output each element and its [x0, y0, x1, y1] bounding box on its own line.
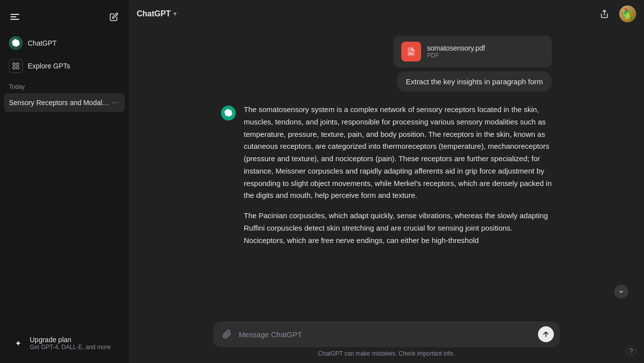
- pdf-attachment: PDF somatosensory.pdf PDF: [393, 36, 552, 67]
- svg-rect-6: [16, 66, 19, 69]
- ai-message-text: The somatosensory system is a complex ne…: [244, 104, 552, 254]
- user-avatar[interactable]: 🦜: [619, 5, 636, 22]
- today-section-label: Today: [4, 77, 125, 93]
- ai-message-container: The somatosensory system is a complex ne…: [221, 104, 552, 254]
- pdf-file-icon: PDF: [406, 47, 416, 57]
- svg-rect-4: [16, 63, 19, 65]
- header-right: 🦜: [595, 5, 636, 23]
- header-title-text: ChatGPT: [137, 9, 170, 18]
- input-area: ChatGPT can make mistakes. Check importa…: [129, 315, 644, 363]
- pdf-info: somatosensory.pdf PDF: [427, 44, 485, 59]
- ai-paragraph-1: The somatosensory system is a complex ne…: [244, 104, 552, 202]
- pdf-type: PDF: [427, 52, 485, 59]
- sidebar-toggle-icon: [10, 12, 19, 21]
- message-input[interactable]: [239, 330, 534, 339]
- upgrade-main-label: Upgrade plan: [30, 336, 110, 344]
- attach-button[interactable]: [219, 326, 235, 342]
- sidebar-top: [4, 4, 125, 30]
- ai-logo-icon: [224, 109, 232, 117]
- chat-content: PDF somatosensory.pdf PDF Extract the ke…: [213, 36, 560, 262]
- sidebar-item-chatgpt[interactable]: ChatGPT: [4, 32, 125, 55]
- more-options-icon[interactable]: ···: [109, 97, 120, 108]
- user-message-text: Extract the key insights in paragraph fo…: [406, 77, 543, 86]
- sidebar-chat-item-sensory[interactable]: Sensory Receptors and Modalit... ···: [4, 93, 125, 112]
- svg-text:PDF: PDF: [409, 53, 413, 55]
- chatgpt-icon: [9, 36, 23, 50]
- svg-rect-2: [10, 19, 19, 20]
- upgrade-sub-label: Get GPT-4, DALL-E, and more: [30, 344, 110, 351]
- header-title-button[interactable]: ChatGPT ▾: [137, 9, 176, 18]
- sidebar-explore-label: Explore GPTs: [28, 62, 70, 70]
- upgrade-icon: ✦: [11, 336, 25, 350]
- ai-avatar: [221, 106, 236, 121]
- sidebar-item-explore[interactable]: Explore GPTs: [4, 55, 125, 77]
- explore-icon: [9, 59, 23, 73]
- send-button[interactable]: [538, 326, 554, 342]
- attach-icon: [222, 330, 231, 339]
- share-icon: [600, 9, 609, 18]
- user-message-bubble: Extract the key insights in paragraph fo…: [397, 71, 552, 92]
- sidebar-chat-title: Sensory Receptors and Modalit...: [9, 99, 109, 107]
- send-icon: [542, 330, 550, 338]
- input-box: [213, 321, 560, 347]
- sidebar: ChatGPT Explore GPTs Today Sensory Recep…: [0, 0, 129, 363]
- user-message-container: PDF somatosensory.pdf PDF Extract the ke…: [221, 36, 552, 92]
- share-button[interactable]: [595, 5, 613, 23]
- header: ChatGPT ▾ 🦜: [129, 0, 644, 28]
- svg-rect-0: [10, 14, 19, 15]
- upgrade-text: Upgrade plan Get GPT-4, DALL-E, and more: [30, 336, 110, 351]
- footer-disclaimer: ChatGPT can make mistakes. Check importa…: [318, 347, 455, 359]
- sidebar-chatgpt-label: ChatGPT: [28, 39, 56, 47]
- sidebar-bottom: ✦ Upgrade plan Get GPT-4, DALL-E, and mo…: [4, 327, 125, 359]
- svg-rect-3: [13, 63, 15, 65]
- pdf-icon: PDF: [401, 42, 421, 61]
- chat-area[interactable]: PDF somatosensory.pdf PDF Extract the ke…: [129, 28, 644, 315]
- svg-rect-1: [10, 16, 16, 17]
- help-button[interactable]: ?: [626, 346, 636, 356]
- new-chat-icon: [109, 12, 118, 21]
- avatar-image: 🦜: [619, 5, 636, 22]
- sidebar-toggle-button[interactable]: [6, 8, 24, 26]
- pdf-name: somatosensory.pdf: [427, 44, 485, 52]
- upgrade-plan-item[interactable]: ✦ Upgrade plan Get GPT-4, DALL-E, and mo…: [6, 331, 123, 355]
- svg-rect-5: [13, 66, 15, 69]
- ai-paragraph-2: The Pacinian corpuscles, which adapt qui…: [244, 210, 552, 246]
- new-chat-button[interactable]: [105, 8, 123, 26]
- header-chevron-icon: ▾: [173, 10, 176, 17]
- scroll-down-indicator[interactable]: [614, 285, 628, 299]
- scroll-down-icon: [618, 288, 625, 295]
- main-content: ChatGPT ▾ 🦜: [129, 0, 644, 363]
